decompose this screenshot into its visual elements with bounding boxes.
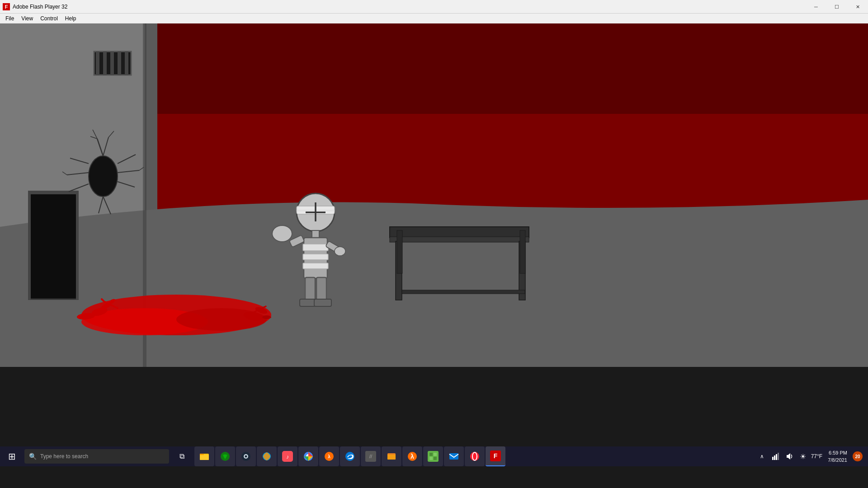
svg-rect-33	[390, 237, 529, 242]
svg-text://: //	[369, 454, 373, 459]
title-bar: F Adobe Flash Player 32 ─ ☐ ✕	[0, 0, 868, 14]
svg-text:♪: ♪	[286, 454, 289, 460]
svg-point-60	[272, 225, 292, 242]
notification-count-label: 20	[855, 454, 860, 459]
search-bar[interactable]: 🔍 Type here to search	[24, 449, 169, 464]
svg-text:F: F	[5, 4, 8, 9]
app-opera[interactable]	[465, 446, 485, 466]
minimize-button[interactable]: ─	[806, 0, 826, 14]
svg-rect-93	[449, 453, 458, 460]
tray-weather-sun[interactable]: ☀	[797, 451, 808, 462]
svg-text:λ: λ	[328, 454, 330, 459]
svg-rect-14	[28, 191, 79, 194]
app-itunes[interactable]: ♪	[278, 446, 297, 466]
svg-rect-57	[303, 254, 328, 260]
task-view-button[interactable]: ⧉	[172, 446, 192, 466]
app-doubledash[interactable]: //	[361, 446, 381, 466]
tray-network[interactable]	[770, 451, 781, 462]
search-placeholder: Type here to search	[40, 453, 88, 460]
svg-rect-36	[397, 230, 402, 273]
tray-up-arrow[interactable]: ∧	[757, 451, 768, 462]
svg-rect-64	[316, 277, 326, 302]
svg-rect-63	[305, 277, 315, 302]
taskbar-tray: ∧ ☀ 77°F 6:59 PM 7/8/2021 20	[757, 449, 866, 464]
app-chrome[interactable]	[298, 446, 318, 466]
app-mail[interactable]	[444, 446, 464, 466]
svg-rect-12	[125, 52, 128, 75]
svg-point-62	[335, 247, 345, 256]
maximize-button[interactable]: ☐	[826, 0, 847, 14]
svg-rect-69	[200, 454, 204, 455]
svg-rect-68	[200, 455, 209, 460]
tray-temperature: 77°F	[811, 453, 822, 460]
app-file-explorer[interactable]	[194, 446, 214, 466]
taskbar-time: 6:59 PM	[828, 449, 847, 457]
svg-rect-85	[387, 455, 396, 460]
app-flash-active[interactable]: F	[486, 446, 505, 466]
svg-rect-37	[520, 230, 525, 273]
svg-rect-99	[774, 455, 775, 460]
app-icon: F	[3, 3, 10, 10]
title-bar-left: F Adobe Flash Player 32	[0, 3, 67, 10]
tray-volume[interactable]	[784, 451, 795, 462]
taskbar: ⊞ 🔍 Type here to search ⧉	[0, 446, 868, 466]
taskbar-date: 7/8/2021	[828, 456, 847, 464]
svg-text:λ: λ	[410, 453, 414, 460]
menu-file[interactable]: File	[2, 14, 18, 23]
svg-rect-58	[303, 263, 328, 269]
app-steam[interactable]	[236, 446, 256, 466]
svg-rect-91	[429, 457, 433, 460]
svg-rect-13	[30, 193, 77, 299]
svg-rect-15	[28, 191, 31, 300]
menu-control[interactable]: Control	[37, 14, 61, 23]
window-title: Adobe Flash Player 32	[13, 4, 67, 10]
game-area[interactable]	[0, 23, 868, 367]
svg-rect-8	[96, 52, 99, 75]
game-scene	[0, 23, 868, 367]
notification-badge[interactable]: 20	[853, 451, 863, 461]
taskbar-apps: ♪ λ // λ	[194, 446, 756, 466]
flash-content[interactable]: ⊞ 🔍 Type here to search ⧉	[0, 23, 868, 466]
window-controls: ─ ☐ ✕	[806, 0, 868, 13]
svg-rect-5	[157, 23, 868, 114]
app-firefox[interactable]	[257, 446, 277, 466]
svg-rect-89	[429, 453, 433, 456]
svg-point-17	[89, 156, 118, 197]
menu-view[interactable]: View	[18, 14, 37, 23]
app-xbox[interactable]	[215, 446, 235, 466]
app-edge[interactable]	[340, 446, 360, 466]
svg-point-46	[262, 315, 271, 319]
app-halflife[interactable]: λ	[402, 446, 422, 466]
svg-point-73	[245, 455, 247, 458]
svg-rect-11	[118, 52, 121, 75]
taskbar-time-container[interactable]: 6:59 PM 7/8/2021	[825, 449, 850, 464]
svg-point-94	[470, 452, 479, 461]
svg-rect-101	[778, 453, 779, 460]
search-icon: 🔍	[29, 453, 37, 460]
svg-rect-98	[772, 457, 774, 460]
svg-rect-9	[103, 52, 107, 75]
menu-bar: File View Control Help	[0, 14, 868, 23]
close-button[interactable]: ✕	[847, 0, 868, 14]
svg-rect-92	[434, 457, 437, 460]
svg-rect-38	[402, 290, 525, 294]
app-files[interactable]	[382, 446, 401, 466]
start-button[interactable]: ⊞	[2, 446, 22, 466]
app-vpn[interactable]: λ	[319, 446, 339, 466]
svg-rect-88	[428, 451, 439, 462]
svg-text:F: F	[494, 452, 498, 460]
menu-help[interactable]: Help	[61, 14, 80, 23]
svg-rect-100	[776, 454, 777, 460]
app-minecraft[interactable]	[423, 446, 443, 466]
svg-rect-10	[110, 52, 114, 75]
svg-rect-16	[76, 191, 79, 300]
svg-rect-90	[434, 453, 437, 456]
svg-rect-56	[303, 244, 328, 251]
svg-rect-66	[314, 299, 331, 306]
